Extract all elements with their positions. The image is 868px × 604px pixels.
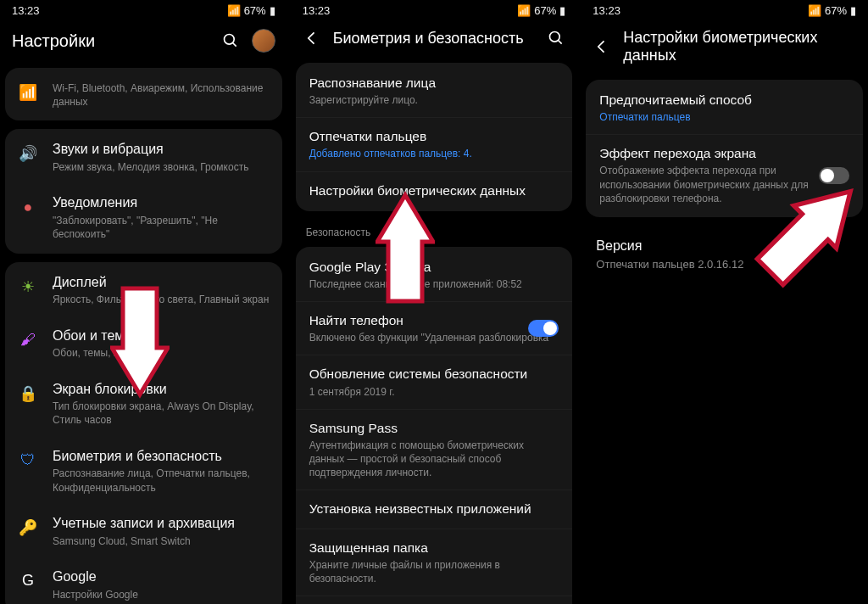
item-title: Предпочитаемый способ — [599, 92, 849, 109]
settings-item[interactable]: Эффект перехода экрана Отображение эффек… — [586, 134, 863, 215]
settings-item[interactable]: Samsung Pass Аутентификация с помощью би… — [296, 409, 573, 490]
item-sub: 1 сентября 2019 г. — [309, 385, 559, 399]
item-sub: Отпечатки пальцев — [599, 110, 849, 124]
item-sub: Отпечатки пальцев 2.0.16.12 — [596, 257, 853, 272]
group-preferences: Предпочитаемый способ Отпечатки пальцев … — [586, 80, 863, 217]
settings-item[interactable]: Обновление системы безопасности 1 сентяб… — [296, 355, 573, 408]
item-icon: 🔊 — [17, 143, 39, 165]
signal-icon: 📶 — [808, 4, 821, 17]
settings-item[interactable]: ● Уведомления "Заблокировать", "Разрешит… — [5, 184, 282, 251]
settings-item[interactable]: 🔊 Звуки и вибрация Режим звука, Мелодия … — [5, 131, 282, 184]
item-title: Биометрия и безопасность — [53, 448, 270, 466]
status-time: 13:23 — [593, 4, 620, 17]
settings-item[interactable]: Отпечатки пальцев Добавлено отпечатков п… — [296, 117, 573, 171]
group-biometrics: Распознавание лица Зарегистрируйте лицо.… — [296, 63, 573, 211]
svg-point-0 — [224, 35, 234, 45]
battery-icon: ▮ — [559, 4, 565, 17]
page-title: Биометрия и безопасность — [333, 30, 536, 48]
svg-point-2 — [550, 32, 560, 42]
phone-2-biometrics: 13:23 📶 67% ▮ Биометрия и безопасность Р… — [291, 0, 578, 604]
item-sub: Wi-Fi, Bluetooth, Авиарежим, Использован… — [53, 81, 270, 109]
settings-item[interactable]: Шифрование SD-карты SD-карта не вставлен… — [296, 596, 573, 604]
item-icon: ● — [17, 196, 39, 218]
item-title: Звуки и вибрация — [53, 141, 270, 159]
item-sub: Обои, темы, значки — [53, 346, 270, 360]
settings-item[interactable]: Установка неизвестных приложений — [296, 489, 573, 528]
item-sub: Тип блокировки экрана, Always On Display… — [53, 400, 270, 427]
settings-item[interactable]: Защищенная папка Храните личные файлы и … — [296, 528, 573, 596]
item-title: Найти телефон — [309, 312, 559, 329]
wifi-icon: 📶 — [17, 81, 39, 103]
page-title: Настройки биометрических данных — [623, 29, 856, 64]
settings-item[interactable]: Распознавание лица Зарегистрируйте лицо. — [296, 64, 573, 117]
settings-item[interactable]: G Google Настройки Google — [5, 558, 282, 604]
item-sub: Отображение эффекта перехода при использ… — [599, 164, 849, 205]
phone-3-biometric-settings: 13:23 📶 67% ▮ Настройки биометрических д… — [581, 0, 868, 604]
back-icon[interactable] — [303, 29, 321, 48]
settings-item[interactable]: Найти телефон Включено без функции "Удал… — [296, 301, 573, 355]
battery-icon: ▮ — [850, 4, 856, 17]
item-sub: Храните личные файлы и приложения в безо… — [309, 558, 559, 585]
section-label-security: Безопасность — [291, 220, 578, 243]
item-sub: Зарегистрируйте лицо. — [309, 93, 559, 107]
item-sub: Яркость, Фильтр синего света, Главный эк… — [53, 293, 270, 306]
item-title: Распознавание лица — [309, 75, 559, 92]
item-title: Установка неизвестных приложений — [309, 501, 559, 517]
item-title: Отпечатки пальцев — [309, 128, 559, 145]
item-sub: Добавлено отпечатков пальцев: 4. — [309, 147, 559, 160]
back-icon[interactable] — [593, 37, 611, 56]
settings-item[interactable]: 🔑 Учетные записи и архивация Samsung Clo… — [5, 505, 282, 558]
status-right: 📶 67% ▮ — [517, 4, 565, 17]
item-sub: Режим звука, Мелодия звонка, Громкость — [53, 160, 270, 174]
settings-item[interactable]: ☀ Дисплей Яркость, Фильтр синего света, … — [5, 264, 282, 317]
item-icon: 🛡 — [17, 450, 39, 472]
phone-1-settings: 13:23 📶 67% ▮ Настройки 📶 Wi-Fi, Bluetoo… — [0, 0, 287, 604]
header: Настройки — [0, 20, 287, 64]
item-sub: Последнее сканирование приложений: 08:52 — [309, 277, 559, 291]
item-icon: ☀ — [17, 276, 39, 298]
status-right: 📶 67% ▮ — [808, 4, 856, 17]
status-bar: 13:23 📶 67% ▮ — [291, 0, 578, 20]
item-connections[interactable]: 📶 Wi-Fi, Bluetooth, Авиарежим, Использов… — [5, 70, 282, 119]
item-title: Настройки биометрических данных — [309, 182, 559, 199]
item-sub: Распознавание лица, Отпечатки пальцев, К… — [53, 467, 270, 494]
signal-icon: 📶 — [227, 4, 241, 17]
item-title: Уведомления — [53, 194, 270, 212]
battery-text: 67% — [534, 4, 556, 17]
avatar[interactable] — [252, 29, 275, 53]
toggle-switch[interactable] — [819, 167, 849, 184]
settings-item[interactable]: Настройки биометрических данных — [296, 171, 573, 210]
status-right: 📶 67% ▮ — [227, 4, 275, 17]
settings-item[interactable]: 🖌 Обои и темы Обои, темы, значки — [5, 317, 282, 371]
item-sub: "Заблокировать", "Разрешить", "Не беспок… — [53, 214, 270, 241]
item-title: Обновление системы безопасности — [309, 366, 559, 383]
item-sub: Аутентификация с помощью биометрических … — [309, 439, 559, 480]
group-connections: 📶 Wi-Fi, Bluetooth, Авиарежим, Использов… — [5, 68, 282, 120]
item-title: Эффект перехода экрана — [599, 145, 849, 162]
svg-line-1 — [232, 43, 236, 47]
item-sub: Samsung Cloud, Smart Switch — [53, 534, 270, 548]
item-sub: Включено без функции "Удаленная разблоки… — [309, 331, 559, 344]
header: Настройки биометрических данных — [581, 20, 868, 76]
item-title: Обои и темы — [53, 327, 270, 345]
toggle-switch[interactable] — [528, 320, 559, 337]
group-display-security: ☀ Дисплей Яркость, Фильтр синего света, … — [5, 262, 282, 604]
item-title: Google — [53, 568, 270, 586]
content: Предпочитаемый способ Отпечатки пальцев … — [581, 76, 868, 604]
svg-line-3 — [559, 41, 562, 44]
group-sounds-notifs: 🔊 Звуки и вибрация Режим звука, Мелодия … — [5, 129, 282, 253]
status-bar: 13:23 📶 67% ▮ — [581, 0, 868, 20]
header: Биометрия и безопасность — [291, 20, 578, 59]
settings-item[interactable]: Google Play Защита Последнее сканировани… — [296, 249, 573, 301]
signal-icon: 📶 — [517, 4, 531, 17]
battery-text: 67% — [825, 4, 847, 17]
search-icon[interactable] — [221, 31, 240, 50]
settings-item[interactable]: Предпочитаемый способ Отпечатки пальцев — [586, 81, 863, 134]
status-bar: 13:23 📶 67% ▮ — [0, 0, 287, 20]
settings-item[interactable]: 🔒 Экран блокировки Тип блокировки экрана… — [5, 371, 282, 438]
item-icon: G — [17, 570, 39, 592]
item-icon: 🔒 — [17, 383, 39, 405]
settings-item[interactable]: 🛡 Биометрия и безопасность Распознавание… — [5, 438, 282, 505]
search-icon[interactable] — [547, 29, 565, 48]
item-title: Экран блокировки — [53, 381, 270, 399]
